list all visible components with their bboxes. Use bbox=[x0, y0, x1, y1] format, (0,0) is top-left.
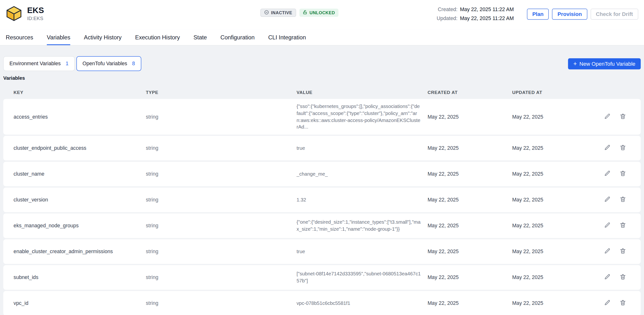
variable-type-switcher: Environment Variables 1 OpenTofu Variabl… bbox=[4, 56, 141, 71]
trash-icon bbox=[619, 299, 626, 308]
eks-cube-logo-icon bbox=[6, 5, 22, 22]
delete-variable-button[interactable] bbox=[617, 246, 628, 258]
table-row: subnet_ids string ["subnet-08f14e7142d33… bbox=[4, 265, 641, 290]
pencil-icon bbox=[604, 274, 611, 282]
delete-variable-button[interactable] bbox=[617, 194, 628, 206]
variables-table: KEY TYPE VALUE CREATED AT UPDATED AT acc… bbox=[4, 86, 641, 315]
edit-variable-button[interactable] bbox=[601, 298, 613, 309]
variable-type: string bbox=[146, 197, 296, 203]
variable-type: string bbox=[146, 171, 296, 177]
variable-key: vpc_id bbox=[14, 301, 146, 306]
check-for-drift-button[interactable]: Check for Drift bbox=[590, 8, 638, 19]
row-actions bbox=[600, 298, 641, 309]
edit-variable-button[interactable] bbox=[601, 194, 613, 206]
updated-label: Updated: bbox=[436, 16, 458, 21]
delete-variable-button[interactable] bbox=[617, 272, 628, 283]
variables-content: Environment Variables 1 OpenTofu Variabl… bbox=[0, 46, 644, 315]
tab-execution-history[interactable]: Execution History bbox=[135, 29, 180, 45]
edit-variable-button[interactable] bbox=[601, 246, 613, 258]
tab-resources[interactable]: Resources bbox=[6, 29, 33, 45]
variable-type: string bbox=[146, 145, 296, 151]
row-actions bbox=[600, 111, 641, 123]
workspace-title-block: EKS ID:EKS bbox=[27, 6, 44, 21]
row-actions bbox=[600, 272, 641, 283]
edit-variable-button[interactable] bbox=[601, 272, 613, 283]
variable-updated-at: May 22, 2025 bbox=[512, 301, 600, 306]
pencil-icon bbox=[604, 113, 611, 121]
environment-variables-tab[interactable]: Environment Variables 1 bbox=[4, 56, 75, 71]
pencil-icon bbox=[604, 299, 611, 308]
header-right: Created:May 22, 2025 11:22 AM Updated:Ma… bbox=[436, 5, 638, 23]
workspace-brand: EKS ID:EKS bbox=[6, 5, 44, 22]
tab-state[interactable]: State bbox=[194, 29, 207, 45]
table-row: vpc_id string vpc-078b51c6cbc5581f1 May … bbox=[4, 291, 641, 315]
edit-variable-button[interactable] bbox=[601, 220, 613, 232]
variable-type-switcher-row: Environment Variables 1 OpenTofu Variabl… bbox=[4, 56, 641, 71]
trash-icon bbox=[619, 248, 626, 256]
table-row: cluster_version string 1.32 May 22, 2025… bbox=[4, 188, 641, 212]
variable-created-at: May 22, 2025 bbox=[428, 114, 512, 120]
environment-variables-count: 1 bbox=[66, 61, 69, 66]
variable-created-at: May 22, 2025 bbox=[428, 301, 512, 306]
tab-variables[interactable]: Variables bbox=[47, 29, 70, 45]
edit-variable-button[interactable] bbox=[601, 111, 613, 123]
new-opentofu-variable-button[interactable]: + New OpenTofu Variable bbox=[568, 58, 641, 69]
variable-key: subnet_ids bbox=[14, 275, 146, 281]
created-row: Created:May 22, 2025 11:22 AM bbox=[436, 5, 514, 14]
row-actions bbox=[600, 168, 641, 180]
variable-updated-at: May 22, 2025 bbox=[512, 275, 600, 281]
table-row: eks_managed_node_groups string {"one":{"… bbox=[4, 214, 641, 238]
created-value: May 22, 2025 11:22 AM bbox=[460, 6, 514, 12]
variable-key: cluster_endpoint_public_access bbox=[14, 145, 146, 151]
tab-activity-history[interactable]: Activity History bbox=[84, 29, 122, 45]
delete-variable-button[interactable] bbox=[617, 220, 628, 232]
tab-cli-integration[interactable]: CLI Integration bbox=[268, 29, 306, 45]
variable-updated-at: May 22, 2025 bbox=[512, 223, 600, 229]
table-row: cluster_endpoint_public_access string tr… bbox=[4, 136, 641, 161]
provision-button[interactable]: Provision bbox=[552, 8, 587, 19]
variable-value: ["subnet-08f14e7142d333595","subnet-0680… bbox=[296, 271, 428, 284]
table-row: enable_cluster_creator_admin_permissions… bbox=[4, 239, 641, 264]
variable-created-at: May 22, 2025 bbox=[428, 145, 512, 151]
variable-key: cluster_name bbox=[14, 171, 146, 177]
pencil-icon bbox=[604, 248, 611, 256]
row-actions bbox=[600, 194, 641, 206]
table-row: cluster_name string _change_me_ May 22, … bbox=[4, 162, 641, 187]
edit-variable-button[interactable] bbox=[601, 143, 613, 154]
delete-variable-button[interactable] bbox=[617, 298, 628, 309]
delete-variable-button[interactable] bbox=[617, 168, 628, 180]
column-header-key: KEY bbox=[14, 90, 146, 95]
status-badge: INACTIVE bbox=[260, 9, 296, 17]
edit-variable-button[interactable] bbox=[601, 168, 613, 180]
trash-icon bbox=[619, 222, 626, 230]
variable-created-at: May 22, 2025 bbox=[428, 275, 512, 281]
trash-icon bbox=[619, 170, 626, 178]
column-header-type: TYPE bbox=[146, 90, 296, 95]
pencil-icon bbox=[604, 144, 611, 152]
header-action-buttons: Plan Provision Check for Drift bbox=[527, 8, 638, 19]
variable-value: _change_me_ bbox=[296, 171, 428, 178]
opentofu-variables-tab[interactable]: OpenTofu Variables 8 bbox=[76, 56, 141, 71]
variable-created-at: May 22, 2025 bbox=[428, 223, 512, 229]
opentofu-variables-count: 8 bbox=[132, 61, 135, 66]
updated-value: May 22, 2025 11:22 AM bbox=[460, 16, 514, 21]
page-title: EKS bbox=[27, 6, 44, 15]
plan-button[interactable]: Plan bbox=[527, 8, 549, 19]
delete-variable-button[interactable] bbox=[617, 111, 628, 123]
row-actions bbox=[600, 246, 641, 258]
minus-circle-icon bbox=[264, 10, 269, 16]
variable-updated-at: May 22, 2025 bbox=[512, 197, 600, 203]
variable-created-at: May 22, 2025 bbox=[428, 171, 512, 177]
delete-variable-button[interactable] bbox=[617, 143, 628, 154]
page-tabs: Resources Variables Activity History Exe… bbox=[0, 29, 644, 45]
tab-configuration[interactable]: Configuration bbox=[220, 29, 254, 45]
trash-icon bbox=[619, 196, 626, 204]
updated-row: Updated:May 22, 2025 11:22 AM bbox=[436, 14, 514, 23]
trash-icon bbox=[619, 144, 626, 152]
variable-updated-at: May 22, 2025 bbox=[512, 171, 600, 177]
variable-key: eks_managed_node_groups bbox=[14, 223, 146, 229]
page-header: EKS ID:EKS INACTIVE UNLOCKED Create bbox=[0, 0, 644, 29]
variable-updated-at: May 22, 2025 bbox=[512, 249, 600, 255]
column-header-created-at: CREATED AT bbox=[428, 90, 512, 95]
variables-section-label: Variables bbox=[4, 75, 641, 81]
